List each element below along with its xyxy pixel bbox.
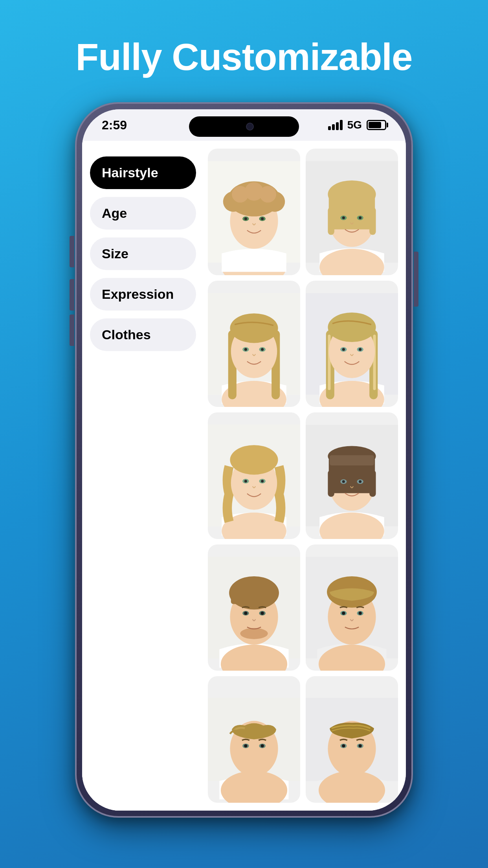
status-time: 2:59	[102, 118, 127, 132]
status-bar: 2:59 5G	[82, 109, 406, 141]
svg-point-64	[342, 480, 345, 483]
hair-card-4[interactable]	[306, 281, 398, 407]
network-type: 5G	[347, 119, 362, 131]
phone-screen: 2:59 5G Hai	[82, 109, 406, 811]
signal-bars-icon	[328, 120, 343, 130]
svg-point-41	[328, 312, 376, 342]
svg-point-8	[245, 182, 263, 201]
svg-point-22	[342, 217, 345, 219]
svg-point-49	[230, 445, 278, 474]
hair-card-9[interactable]	[208, 676, 300, 803]
hair-card-6[interactable]	[306, 412, 398, 539]
svg-point-65	[359, 480, 361, 483]
svg-point-90	[261, 745, 264, 748]
svg-point-83	[359, 612, 362, 615]
svg-point-96	[342, 745, 345, 748]
svg-point-17	[328, 180, 376, 208]
svg-point-53	[261, 480, 264, 483]
sidebar-item-size[interactable]: Size	[90, 237, 196, 270]
svg-point-12	[261, 217, 264, 220]
svg-point-89	[244, 745, 247, 748]
phone-mockup: 2:59 5G Hai	[75, 102, 413, 818]
camera-dot	[247, 123, 253, 130]
hair-card-5[interactable]	[208, 412, 300, 539]
svg-point-29	[230, 313, 278, 343]
svg-point-11	[244, 217, 247, 220]
svg-point-74	[244, 612, 247, 615]
hair-card-8[interactable]	[306, 544, 398, 671]
battery-fill	[369, 122, 381, 128]
hair-card-2[interactable]	[306, 149, 398, 275]
hairstyle-grid	[204, 141, 406, 811]
svg-point-52	[244, 480, 247, 483]
svg-point-82	[342, 612, 345, 615]
page-headline: Fully Customizable	[76, 35, 413, 79]
svg-point-97	[359, 745, 362, 748]
phone-shell: 2:59 5G Hai	[75, 102, 413, 818]
svg-rect-70	[231, 590, 239, 604]
hair-card-1[interactable]	[208, 149, 300, 275]
sidebar-item-expression[interactable]: Expression	[90, 278, 196, 311]
svg-point-44	[342, 348, 345, 351]
svg-rect-19	[369, 207, 376, 235]
dynamic-island	[189, 116, 299, 137]
sidebar-item-clothes[interactable]: Clothes	[90, 318, 196, 351]
status-icons: 5G	[328, 119, 386, 131]
hair-card-7[interactable]	[208, 544, 300, 671]
svg-rect-18	[328, 207, 334, 235]
svg-point-23	[359, 217, 361, 219]
svg-rect-59	[328, 470, 334, 497]
app-content: Hairstyle Age Size Expression Clothes	[82, 141, 406, 811]
svg-point-71	[240, 628, 268, 639]
sidebar-item-hairstyle[interactable]: Hairstyle	[90, 156, 196, 189]
svg-rect-61	[330, 455, 374, 465]
svg-rect-60	[369, 470, 376, 497]
sidebar: Hairstyle Age Size Expression Clothes	[82, 141, 204, 811]
svg-point-32	[244, 348, 247, 351]
svg-point-33	[261, 348, 264, 351]
hair-card-10[interactable]	[306, 676, 398, 803]
svg-point-45	[359, 348, 361, 351]
sidebar-item-age[interactable]: Age	[90, 197, 196, 230]
svg-point-75	[261, 612, 264, 615]
hair-card-3[interactable]	[208, 281, 300, 407]
battery-icon	[367, 120, 386, 130]
